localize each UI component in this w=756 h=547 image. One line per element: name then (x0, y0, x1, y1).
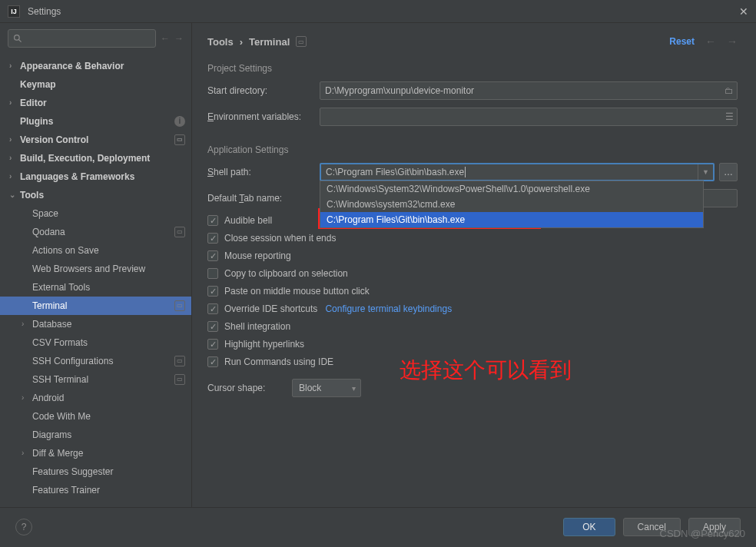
breadcrumb: Tools › Terminal ▭ (207, 36, 307, 48)
breadcrumb-leaf: Terminal (249, 36, 290, 48)
cancel-button[interactable]: Cancel (623, 518, 681, 536)
sidebar-item-web-browsers-and-preview[interactable]: Web Browsers and Preview (0, 260, 191, 278)
browse-folder-icon[interactable]: 🗀 (724, 85, 734, 96)
shell-integration-checkbox[interactable] (207, 321, 218, 332)
sidebar-item-label: Space (32, 207, 58, 220)
sidebar-item-database[interactable]: ›Database (0, 315, 191, 333)
highlight-hyperlinks-checkbox[interactable] (207, 339, 218, 350)
apply-button[interactable]: Apply (688, 518, 741, 536)
sidebar-item-csv-formats[interactable]: CSV Formats (0, 333, 191, 352)
sidebar-item-label: Diagrams (32, 428, 71, 442)
sidebar-item-label: Actions on Save (32, 244, 99, 257)
close-icon[interactable]: ✕ (739, 5, 748, 18)
close-session-checkbox[interactable] (207, 233, 218, 244)
dropdown-option-cmd[interactable]: C:\Windows\system32\cmd.exe (320, 197, 703, 212)
sidebar-item-tools[interactable]: ⌄Tools (0, 186, 191, 204)
sidebar-item-label: Keymap (20, 78, 56, 91)
sidebar-item-ssh-configurations[interactable]: SSH Configurations▭ (0, 352, 191, 370)
highlight-hyperlinks-label: Highlight hyperlinks (224, 339, 304, 350)
nav-forward-icon[interactable]: → (727, 35, 738, 48)
shell-integration-label: Shell integration (224, 321, 290, 332)
env-variables-input[interactable]: ☰ (320, 108, 738, 126)
dropdown-option-bash[interactable]: C:\Program Files\Git\bin\bash.exe (320, 212, 703, 227)
run-commands-ide-checkbox[interactable] (207, 356, 218, 367)
settings-sidebar: ← → ›Appearance & BehaviorKeymap›EditorP… (0, 23, 192, 507)
sidebar-item-actions-on-save[interactable]: Actions on Save (0, 241, 191, 260)
sidebar-item-keymap[interactable]: Keymap (0, 75, 191, 94)
sidebar-item-editor[interactable]: ›Editor (0, 94, 191, 112)
search-icon (13, 34, 23, 44)
sidebar-item-build-execution-deployment[interactable]: ›Build, Execution, Deployment (0, 149, 191, 167)
sidebar-item-languages-frameworks[interactable]: ›Languages & Frameworks (0, 167, 191, 186)
sidebar-item-label: CSV Formats (32, 336, 88, 350)
chevron-icon: › (9, 133, 20, 147)
sidebar-item-features-suggester[interactable]: Features Suggester (0, 462, 191, 481)
search-input[interactable] (8, 29, 156, 48)
help-button[interactable]: ? (15, 519, 32, 535)
chevron-icon: › (9, 96, 20, 110)
list-edit-icon[interactable]: ☰ (725, 111, 734, 122)
sidebar-item-qodana[interactable]: Qodana▭ (0, 223, 191, 241)
sidebar-item-diff-merge[interactable]: ›Diff & Merge (0, 444, 191, 462)
back-arrow-icon[interactable]: ← (161, 33, 170, 44)
chevron-icon: ⌄ (9, 188, 20, 202)
section-application-settings: Application Settings (207, 144, 738, 155)
forward-arrow-icon[interactable]: → (174, 33, 184, 44)
close-session-label: Close session when it ends (224, 233, 336, 244)
override-shortcuts-checkbox[interactable] (207, 303, 218, 314)
default-tab-name-label: Default Tab name: (207, 193, 320, 204)
sidebar-item-terminal[interactable]: Terminal▭ (0, 297, 191, 315)
audible-bell-checkbox[interactable] (207, 215, 218, 226)
sidebar-item-label: Tools (20, 188, 44, 202)
paste-middle-label: Paste on middle mouse button click (224, 286, 370, 297)
sidebar-item-android[interactable]: ›Android (0, 389, 191, 407)
sidebar-item-diagrams[interactable]: Diagrams (0, 426, 191, 444)
info-icon: i (174, 116, 185, 127)
nav-back-icon[interactable]: ← (705, 35, 716, 48)
audible-bell-label: Audible bell (224, 215, 272, 226)
shell-path-label: Shell path: (207, 167, 320, 177)
settings-content: Tools › Terminal ▭ Reset ← → Project Set… (192, 23, 756, 507)
chevron-icon: › (9, 59, 20, 73)
app-logo-icon: IJ (8, 5, 20, 18)
chevron-icon: › (9, 170, 20, 184)
shell-path-input[interactable]: C:\Program Files\Git\bin\bash.exe ▼ (320, 163, 715, 181)
sidebar-item-space[interactable]: Space (0, 204, 191, 223)
reset-link[interactable]: Reset (669, 36, 695, 47)
copy-clipboard-label: Copy to clipboard on selection (224, 268, 348, 279)
mouse-reporting-label: Mouse reporting (224, 250, 291, 261)
project-badge-icon: ▭ (296, 36, 307, 47)
sidebar-item-version-control[interactable]: ›Version Control▭ (0, 131, 191, 149)
project-badge-icon: ▭ (174, 374, 185, 385)
breadcrumb-root[interactable]: Tools (207, 36, 234, 48)
chevron-icon: › (9, 151, 20, 165)
sidebar-item-label: Features Suggester (32, 465, 113, 479)
sidebar-item-ssh-terminal[interactable]: SSH Terminal▭ (0, 370, 191, 389)
run-commands-ide-label: Run Commands using IDE (224, 356, 333, 367)
cursor-shape-select[interactable]: Block (292, 379, 361, 397)
window-title: Settings (28, 6, 61, 17)
ok-button[interactable]: OK (563, 518, 615, 536)
project-badge-icon: ▭ (174, 356, 185, 366)
sidebar-item-label: Web Browsers and Preview (32, 262, 145, 276)
copy-clipboard-checkbox[interactable] (207, 268, 218, 279)
browse-shell-button[interactable]: … (719, 163, 738, 181)
sidebar-item-code-with-me[interactable]: Code With Me (0, 407, 191, 426)
paste-middle-checkbox[interactable] (207, 286, 218, 297)
configure-keybindings-link[interactable]: Configure terminal keybindings (325, 303, 452, 314)
mouse-reporting-checkbox[interactable] (207, 250, 218, 261)
sidebar-item-label: Languages & Frameworks (20, 170, 134, 184)
section-project-settings: Project Settings (207, 63, 738, 74)
sidebar-item-label: Android (32, 391, 64, 405)
sidebar-item-appearance-behavior[interactable]: ›Appearance & Behavior (0, 57, 191, 75)
sidebar-item-features-trainer[interactable]: Features Trainer (0, 481, 191, 499)
chevron-icon: › (22, 317, 32, 331)
sidebar-item-plugins[interactable]: Pluginsi (0, 112, 191, 131)
dropdown-arrow-icon[interactable]: ▼ (698, 164, 713, 180)
sidebar-item-external-tools[interactable]: External Tools (0, 278, 191, 297)
chevron-icon: › (22, 391, 32, 405)
sidebar-item-label: Database (32, 317, 71, 331)
start-directory-input[interactable]: D:\Myprogram\xunpu\device-monitor 🗀 (320, 81, 738, 100)
dropdown-option-powershell[interactable]: C:\Windows\System32\WindowsPowerShell\v1… (320, 181, 703, 197)
project-badge-icon: ▭ (174, 134, 185, 145)
